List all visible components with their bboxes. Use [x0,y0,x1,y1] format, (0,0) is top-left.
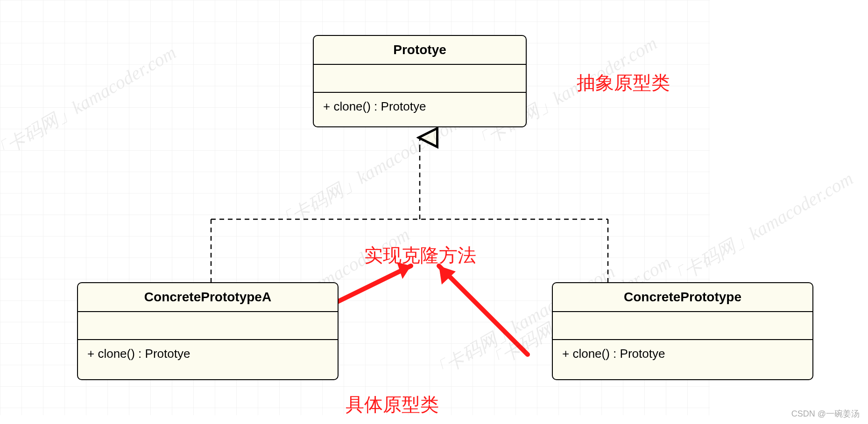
class-concrete-a-title: ConcretePrototypeA [78,283,338,312]
class-concrete-b: ConcretePrototype + clone() : Prototye [552,282,813,380]
credit-text: CSDN @一碗姜汤 [791,408,860,419]
class-prototype: Prototye + clone() : Prototye [313,35,527,127]
class-concrete-b-title: ConcretePrototype [553,283,812,312]
class-concrete-a-attributes [78,312,338,340]
class-concrete-b-operation: + clone() : Prototye [553,340,812,368]
class-prototype-operation: + clone() : Prototye [314,93,526,120]
annotation-concrete-class: 具体原型类 [346,392,439,417]
annotation-implements-clone: 实现克隆方法 [364,243,476,268]
class-concrete-b-attributes [553,312,812,340]
class-concrete-a: ConcretePrototypeA + clone() : Prototye [77,282,339,380]
annotation-abstract-class: 抽象原型类 [577,70,670,96]
diagram-canvas: { "classes": { "prototype": { "name": "P… [0,0,868,424]
class-concrete-a-operation: + clone() : Prototye [78,340,338,368]
class-prototype-title: Prototye [314,36,526,65]
class-prototype-attributes [314,65,526,93]
